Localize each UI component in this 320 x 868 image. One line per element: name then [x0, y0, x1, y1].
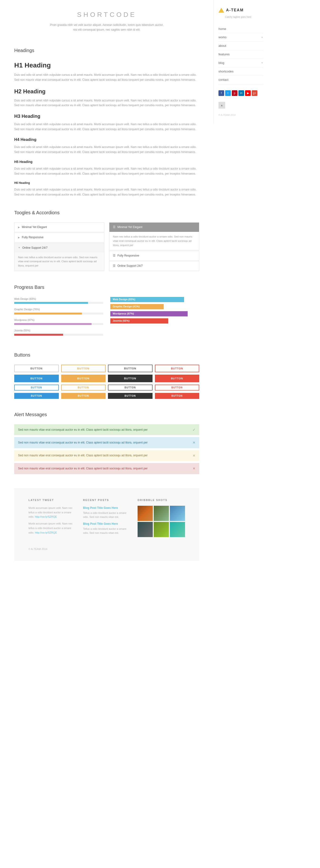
progress-styled-bar-4: Joomla (65%)	[110, 318, 168, 323]
accordion-item-2[interactable]: ☰ Fully Responsive	[109, 251, 199, 260]
alert-success-text: Sed non mauris vitae erat consequat auct…	[18, 428, 147, 432]
h6-block: H6 Heading Duis sed odio sit amet nibh v…	[14, 181, 199, 197]
accordion-header-2[interactable]: ☰ Fully Responsive	[109, 251, 199, 260]
nav-item-blog[interactable]: blog ▼	[218, 59, 263, 67]
h3-block: H3 Heading Duis sed odio sit amet nibh v…	[14, 112, 199, 132]
h2-block: H2 Heading Duis sed odio sit amet nibh v…	[14, 87, 199, 107]
btn-small-outline-dark-1[interactable]: BUTTON	[108, 384, 152, 391]
alert-warning-close[interactable]: ✕	[192, 453, 195, 458]
logo-tagline: Catchy tagline goes here	[225, 15, 263, 19]
btn-small-solid-yellow-1[interactable]: BUTTON	[61, 393, 106, 399]
accordion-item-3[interactable]: ☰ Online Support 24/7	[109, 261, 199, 271]
footer-tweet-link-2[interactable]: http://ow.ly/SZRQE	[35, 531, 57, 534]
progress-styled-label-4: Joomla (65%)	[113, 319, 130, 323]
facebook-icon[interactable]: f	[218, 90, 224, 96]
alert-success-close[interactable]: ✓	[192, 427, 195, 432]
h2-text: Duis sed odio sit amet nibh vulputate cu…	[14, 98, 199, 108]
toggle-item-2[interactable]: ▶ Fully Responsive	[14, 232, 104, 242]
chevron-down-icon-blog: ▼	[261, 61, 263, 65]
toggle-item-3[interactable]: ▼ Online Support 24/7 Nam nec tellus a o…	[14, 243, 104, 271]
toggle-header-1[interactable]: ▶ Minimal Yet Elegant	[14, 223, 104, 232]
dribbble-thumb-2[interactable]	[154, 506, 169, 521]
progress-item-2: Graphic Design (76%)	[14, 307, 103, 314]
site-title: SHORTCODE	[14, 9, 199, 20]
alert-info-text: Sed non mauris vitae erat consequat auct…	[18, 440, 147, 445]
h4-text: Duis sed odio sit amet nibh vulputate cu…	[14, 145, 199, 154]
h6-heading: H6 Heading	[14, 181, 199, 185]
toggle-col-right: ☰ Minimal Yet Elegant Nam nec tellus a o…	[109, 222, 199, 271]
alert-warning-text: Sed non mauris vitae erat consequat auct…	[18, 453, 147, 458]
h5-heading: H5 Heading	[14, 159, 199, 164]
youtube-icon[interactable]: ▶	[245, 90, 251, 96]
progress-styled-bar-2: Graphic Design (41%)	[110, 304, 164, 309]
btn-outline-yellow-1[interactable]: BUTTON	[61, 365, 106, 372]
dribbble-thumb-1[interactable]	[138, 506, 153, 521]
twitter-icon[interactable]: t	[225, 90, 231, 96]
dribbble-grid	[138, 506, 185, 537]
recent-post-title-2[interactable]: Blog Post Title Goes Here	[83, 522, 131, 526]
progress-bar-bg-1	[14, 302, 103, 304]
btn-outline-dark-1[interactable]: BUTTON	[108, 365, 152, 372]
nav-label-shortcodes: shortcodes	[218, 69, 234, 74]
toggle-header-2[interactable]: ▶ Fully Responsive	[14, 233, 104, 242]
toggle-label-3: Online Support 24/7	[22, 246, 48, 250]
btn-small-outline-blue-1[interactable]: BUTTON	[14, 384, 59, 391]
btn-outline-gray-1[interactable]: BUTTON	[14, 365, 59, 372]
progress-styled-1: Web Design (83%)	[110, 297, 199, 302]
footer-tweet-2: Morbi accumsan ipsum velit. Nam nec tell…	[29, 521, 76, 535]
scroll-top-button[interactable]: ▲	[218, 102, 225, 108]
btn-small-outline-yellow-1[interactable]: BUTTON	[61, 384, 106, 391]
progress-styled-bar-1: Web Design (83%)	[110, 297, 184, 302]
site-description: Proin gravida nibh vel velit auctor aliq…	[14, 23, 199, 32]
nav-item-home[interactable]: home	[218, 25, 263, 33]
progress-label-1: Web Design (83%)	[14, 297, 103, 301]
dribbble-thumb-3[interactable]	[170, 506, 185, 521]
accordion-item-1[interactable]: ☰ Minimal Yet Elegant Nam nec tellus a o…	[109, 222, 199, 250]
btn-small-solid-dark-1[interactable]: BUTTON	[108, 393, 152, 399]
progress-styled-4: Joomla (65%)	[110, 318, 199, 323]
nav-item-about[interactable]: about	[218, 42, 263, 50]
btn-solid-red-1[interactable]: BUTTON	[155, 375, 200, 382]
btn-solid-dark-1[interactable]: BUTTON	[108, 375, 152, 382]
dribbble-thumb-5[interactable]	[154, 522, 169, 537]
progress-styled-bar-3: Wordpress (87%)	[110, 311, 188, 316]
btn-small-outline-red-1[interactable]: BUTTON	[155, 384, 200, 391]
recent-post-title-1[interactable]: Blog Post Title Goes Here	[83, 506, 131, 510]
toggle-header-3[interactable]: ▼ Online Support 24/7	[14, 243, 104, 252]
nav-item-features[interactable]: features	[218, 50, 263, 59]
footer-tweet-link-1[interactable]: http://ow.ly/SZRQE	[35, 515, 57, 518]
accordion-header-1[interactable]: ☰ Minimal Yet Elegant	[109, 223, 199, 232]
btn-solid-blue-1[interactable]: BUTTON	[14, 375, 59, 382]
accordion-header-3[interactable]: ☰ Online Support 24/7	[109, 261, 199, 271]
btn-small-solid-blue-1[interactable]: BUTTON	[14, 393, 59, 399]
nav-item-contact[interactable]: contact	[218, 76, 263, 84]
accordion-label-2: Fully Responsive	[117, 253, 139, 258]
btn-outline-red-1[interactable]: BUTTON	[155, 365, 200, 372]
linkedin-icon[interactable]: in	[238, 90, 244, 96]
progress-bar-fill-4	[14, 334, 63, 336]
h3-heading: H3 Heading	[14, 112, 199, 120]
progress-styled-label-1: Web Design (83%)	[113, 298, 135, 302]
h1-text: Duis sed odio sit amet nibh vulputate cu…	[14, 72, 199, 82]
recent-post-text-2: Tellus a odio tincidunt auctor a ornare …	[83, 527, 131, 535]
h5-text: Duis sed odio sit amet nibh vulputate cu…	[14, 166, 199, 176]
progress-item-4: Joomla (55%)	[14, 329, 103, 336]
social-icons: f t p in ▶ g+	[218, 90, 263, 96]
progress-bar-bg-4	[14, 334, 103, 336]
btn-small-solid-red-1[interactable]: BUTTON	[155, 393, 200, 399]
dribbble-thumb-4[interactable]	[138, 522, 153, 537]
alert-info-close[interactable]: ✕	[192, 440, 195, 445]
footer-tweet-title: LATEST TWEET	[29, 498, 76, 502]
pinterest-icon[interactable]: p	[232, 90, 238, 96]
nav-item-shortcodes[interactable]: shortcodes	[218, 67, 263, 76]
toggle-item-1[interactable]: ▶ Minimal Yet Elegant	[14, 222, 104, 232]
googleplus-icon[interactable]: g+	[252, 90, 257, 96]
nav-item-works[interactable]: works ▼	[218, 33, 263, 42]
buttons-section-title: Buttons	[14, 351, 199, 360]
dribbble-thumb-6[interactable]	[170, 522, 185, 537]
h1-block: H1 Heading Duis sed odio sit amet nibh v…	[14, 60, 199, 83]
alert-danger-close[interactable]: ✕	[192, 466, 195, 471]
sidebar-copyright: © A-TEAM 2014	[218, 113, 263, 117]
sidebar: A-TEAM Catchy tagline goes here home wor…	[213, 0, 268, 124]
btn-solid-yellow-1[interactable]: BUTTON	[61, 375, 106, 382]
